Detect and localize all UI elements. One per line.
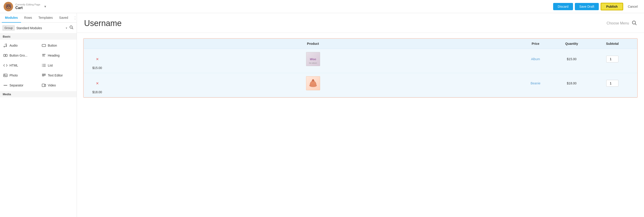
section-basic-label: Basic	[0, 34, 77, 40]
sidebar-search-button[interactable]	[68, 25, 74, 32]
album-thumbnail: Woo the album	[306, 52, 320, 66]
svg-point-3	[6, 46, 6, 47]
module-separator[interactable]: Separator	[0, 80, 38, 90]
cancel-button[interactable]: Cancel	[625, 3, 640, 10]
cart-item-beanie: ✕ Beanie $18.00	[84, 73, 637, 97]
page-dropdown-chevron[interactable]: ▾	[44, 5, 47, 8]
module-audio[interactable]: Audio	[0, 41, 38, 51]
svg-rect-6	[6, 54, 7, 57]
sidebar-filter-row: Group Standard Modules ▾	[0, 23, 77, 34]
basic-modules-grid: Audio Button Button Gro...	[0, 40, 77, 91]
beanie-price: $18.00	[551, 81, 592, 85]
sidebar-drag-handle: ⋮⋮	[71, 14, 77, 22]
photo-icon	[3, 73, 8, 78]
beanie-qty-input[interactable]	[606, 80, 618, 87]
beanie-subtotal: $18.00	[88, 90, 106, 94]
module-list[interactable]: List	[38, 60, 77, 70]
top-bar: 🐻 Currently Editing Page Cart ▾ Discard …	[0, 0, 644, 13]
album-name: Album	[520, 57, 551, 61]
module-html[interactable]: HTML	[0, 60, 38, 70]
module-separator-label: Separator	[10, 84, 23, 87]
svg-rect-5	[4, 54, 5, 57]
module-button-label: Button	[48, 44, 57, 47]
cart-col-price-header: Price	[520, 42, 551, 46]
module-photo-label: Photo	[10, 74, 18, 77]
module-photo[interactable]: Photo	[0, 70, 38, 80]
content-area: Username Choose Menu Product Price Quant…	[77, 13, 644, 217]
cart-item-album: ✕ Woo the album Album $15.00 $15.00	[84, 49, 637, 73]
beanie-qty-cell	[592, 80, 633, 87]
bear-logo: 🐻	[4, 2, 13, 11]
module-button-group-label: Button Gro...	[10, 54, 27, 57]
module-button-group[interactable]: Button Gro...	[0, 51, 38, 60]
module-list-label: List	[48, 64, 53, 67]
button-icon	[42, 43, 46, 48]
cart-col-product-header: Product	[106, 42, 520, 46]
tab-rows[interactable]: Rows	[21, 13, 35, 23]
module-group-label: Standard Modules	[16, 26, 42, 30]
main-layout: Modules Rows Templates Saved ⋮⋮ Group St…	[0, 13, 644, 217]
header-search-icon[interactable]	[632, 20, 637, 27]
module-group-chevron: ▾	[66, 27, 67, 30]
module-heading-label: Heading	[48, 54, 60, 57]
sidebar: Modules Rows Templates Saved ⋮⋮ Group St…	[0, 13, 77, 217]
cart-col-subtotal-header: Subtotal	[592, 42, 633, 46]
woo-label: Woo	[310, 58, 316, 61]
svg-rect-23	[42, 84, 44, 87]
top-bar-actions: Discard Save Draft Publish Cancel	[553, 3, 640, 11]
album-qty-input[interactable]	[606, 56, 618, 63]
page-header: Username Choose Menu	[77, 13, 644, 33]
section-media-label: Media	[0, 91, 77, 97]
module-text-editor[interactable]: Text Editor	[38, 70, 77, 80]
beanie-name: Beanie	[520, 81, 551, 85]
cart-remove-album[interactable]: ✕	[88, 57, 106, 61]
module-group-dropdown[interactable]: Standard Modules ▾	[16, 26, 67, 30]
beanie-thumbnail	[306, 76, 320, 90]
album-qty-cell	[592, 56, 633, 63]
choose-menu-text[interactable]: Choose Menu	[606, 21, 629, 25]
module-video[interactable]: Video	[38, 80, 77, 90]
module-text-editor-label: Text Editor	[48, 74, 63, 77]
header-right: Choose Menu	[606, 20, 637, 27]
discard-button[interactable]: Discard	[553, 3, 573, 10]
page-name-label: Cart	[15, 6, 40, 10]
woo-subtitle: the album	[309, 62, 317, 64]
search-icon	[70, 25, 74, 30]
tab-templates[interactable]: Templates	[35, 13, 56, 23]
module-audio-label: Audio	[10, 44, 18, 47]
cart-header-row: Product Price Quantity Subtotal	[84, 39, 637, 49]
audio-icon	[3, 43, 8, 48]
svg-line-1	[72, 28, 73, 29]
cart-container: Product Price Quantity Subtotal ✕ Woo th…	[83, 38, 638, 98]
heading-icon	[42, 53, 46, 58]
tab-saved[interactable]: Saved	[56, 13, 72, 23]
svg-point-28	[312, 79, 314, 81]
publish-button[interactable]: Publish	[600, 3, 624, 11]
separator-icon	[3, 83, 8, 88]
cart-product-beanie	[106, 76, 520, 90]
button-group-icon	[3, 53, 8, 58]
video-icon	[42, 83, 46, 88]
save-draft-button[interactable]: Save Draft	[575, 3, 599, 10]
album-price: $15.00	[551, 57, 592, 61]
svg-rect-4	[42, 44, 46, 47]
currently-editing-label: Currently Editing Page	[15, 3, 40, 6]
text-editor-icon	[42, 73, 46, 78]
album-subtotal: $15.00	[88, 66, 106, 70]
svg-line-25	[635, 24, 636, 25]
group-button[interactable]: Group	[2, 25, 15, 31]
cart-col-quantity-header: Quantity	[551, 42, 592, 46]
svg-point-2	[4, 46, 5, 47]
cart-remove-beanie[interactable]: ✕	[88, 81, 106, 86]
cart-product-album: Woo the album	[106, 52, 520, 66]
html-icon	[3, 63, 8, 68]
sidebar-tabs: Modules Rows Templates Saved ⋮⋮	[0, 13, 77, 23]
module-heading[interactable]: Heading	[38, 51, 77, 60]
page-info: Currently Editing Page Cart	[15, 3, 40, 10]
module-button[interactable]: Button	[38, 41, 77, 51]
module-video-label: Video	[48, 84, 56, 87]
module-html-label: HTML	[10, 64, 18, 67]
cart-col-remove	[88, 42, 106, 46]
page-title: Username	[84, 19, 122, 28]
tab-modules[interactable]: Modules	[2, 13, 21, 23]
